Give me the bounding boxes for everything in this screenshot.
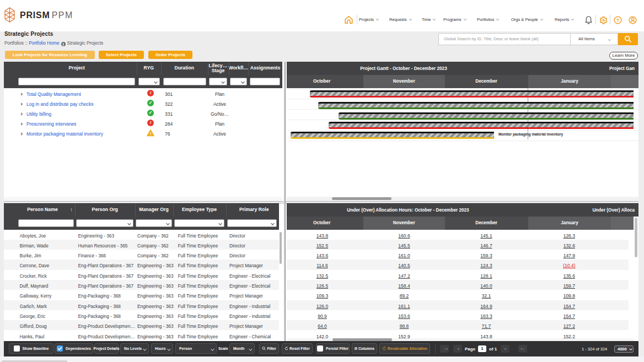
svg-text:?: ?	[616, 17, 619, 23]
svg-text:!: !	[150, 131, 152, 136]
